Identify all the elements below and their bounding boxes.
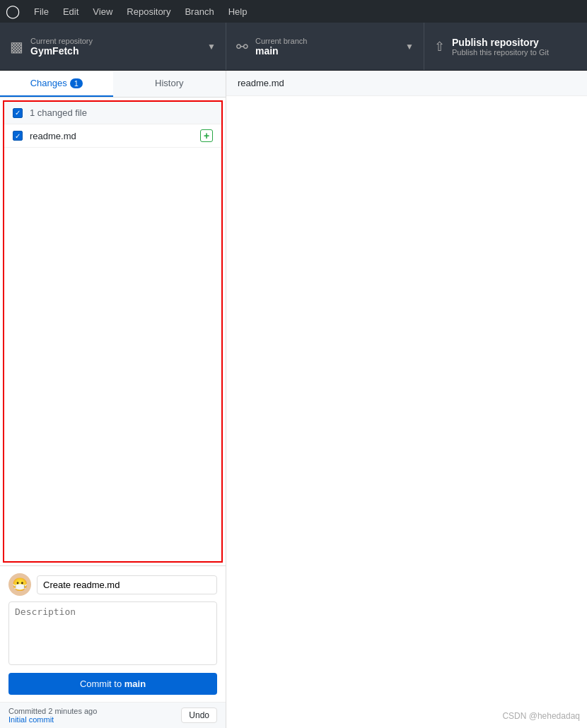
monitor-icon: ▩ (10, 38, 23, 55)
file-added-icon: + (200, 129, 213, 142)
file-header-label: readme.md (238, 78, 284, 88)
initial-commit-link[interactable]: Initial commit (8, 715, 97, 724)
branch-info: Current branch main (255, 37, 398, 57)
changes-area: 1 changed file readme.md + (3, 100, 223, 563)
repo-name: GymFetch (30, 45, 200, 57)
branch-label: Current branch (255, 37, 398, 45)
right-header: readme.md (226, 71, 587, 96)
changes-badge: 1 (70, 78, 83, 88)
select-all-checkbox[interactable] (13, 108, 23, 118)
repo-label: Current repository (30, 37, 200, 45)
commit-message-input[interactable] (37, 575, 217, 594)
commit-area: 😷 Commit to main (0, 565, 226, 702)
github-icon: ◯ (6, 4, 20, 19)
branch-icon: ⚯ (236, 38, 248, 55)
file-checkbox[interactable] (13, 131, 23, 141)
description-input[interactable] (8, 601, 217, 665)
menu-edit[interactable]: Edit (57, 4, 84, 20)
menu-view[interactable]: View (87, 4, 118, 20)
publish-sub: Publish this repository to Git (452, 48, 577, 57)
repo-info: Current repository GymFetch (30, 37, 200, 57)
changed-file-label: 1 changed file (30, 107, 87, 118)
file-item-readme[interactable]: readme.md + (4, 124, 221, 148)
commit-button-prefix: Commit to (80, 679, 124, 689)
branch-name: main (255, 45, 398, 57)
tab-changes[interactable]: Changes1 (0, 71, 113, 97)
tab-history[interactable]: History (113, 71, 226, 97)
commit-message-row: 😷 (8, 573, 217, 596)
publish-title: Publish repository (452, 37, 577, 48)
undo-button[interactable]: Undo (181, 708, 217, 723)
committed-time: Committed 2 minutes ago (8, 707, 97, 715)
watermark: CSDN @hehedadaq (502, 711, 580, 721)
menu-branch[interactable]: Branch (179, 4, 219, 20)
branch-selector[interactable]: ⚯ Current branch main ▼ (226, 23, 424, 70)
status-info: Committed 2 minutes ago Initial commit (8, 707, 97, 724)
status-bar: Committed 2 minutes ago Initial commit U… (0, 702, 226, 728)
menu-file[interactable]: File (28, 4, 54, 20)
file-list-header: 1 changed file (4, 102, 221, 124)
file-name: readme.md (30, 131, 200, 141)
publish-button[interactable]: ⇧ Publish repository Publish this reposi… (424, 23, 587, 70)
toolbar: ▩ Current repository GymFetch ▼ ⚯ Curren… (0, 23, 587, 71)
main-layout: Changes1 History 1 changed file readme.m… (0, 71, 587, 728)
avatar: 😷 (8, 573, 31, 596)
tabs-bar: Changes1 History (0, 71, 226, 98)
publish-info: Publish repository Publish this reposito… (452, 37, 577, 57)
repo-selector[interactable]: ▩ Current repository GymFetch ▼ (0, 23, 226, 70)
menu-repository[interactable]: Repository (121, 4, 176, 20)
menu-bar: ◯ File Edit View Repository Branch Help (0, 0, 587, 23)
right-content (226, 96, 587, 728)
repo-chevron-icon: ▼ (207, 42, 216, 52)
upload-icon: ⇧ (434, 39, 445, 54)
menu-help[interactable]: Help (223, 4, 253, 20)
branch-chevron-icon: ▼ (405, 42, 414, 52)
left-panel: Changes1 History 1 changed file readme.m… (0, 71, 226, 728)
right-panel: readme.md (226, 71, 587, 728)
commit-button[interactable]: Commit to main (8, 673, 217, 695)
commit-button-branch: main (124, 679, 146, 689)
